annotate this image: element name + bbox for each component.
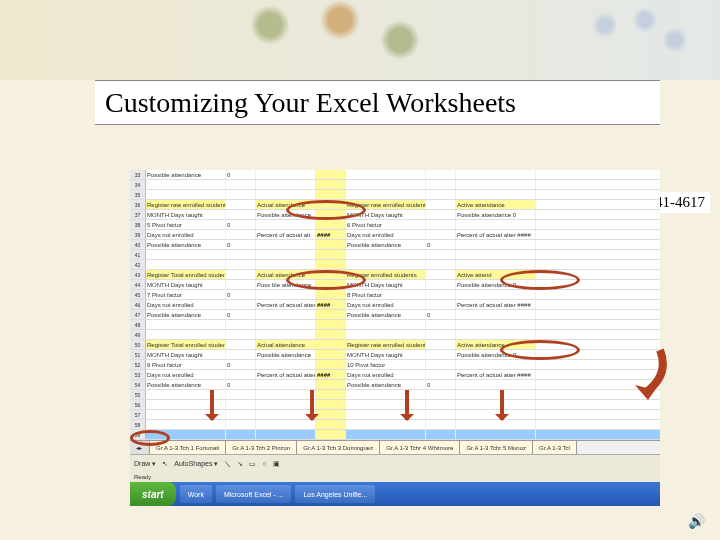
- arrow-icon[interactable]: ↘: [237, 460, 243, 468]
- autoshapes-menu[interactable]: AutoShapes ▾: [174, 460, 218, 468]
- grid-row: 53Days not enrolledPercent of actual att…: [130, 370, 660, 380]
- flower-decoration: [590, 10, 620, 40]
- grid-row: 50Register Total enrolled studentsActual…: [130, 340, 660, 350]
- grid-row: 39Days not enrolledPercent of actual att…: [130, 230, 660, 240]
- grid-row: 48: [130, 320, 660, 330]
- grid-row: 529 Pivot factor010 Pivot factor: [130, 360, 660, 370]
- sheet-tab[interactable]: Gr.A 1-3 Tch 3 Dominguez: [297, 441, 380, 454]
- grid-row: 457 Pivot factor08 Pivot factor: [130, 290, 660, 300]
- grid-row: 51MONTH Days taughtPossible attendanceMO…: [130, 350, 660, 360]
- taskbar-item[interactable]: Microsoft Excel - ...: [216, 485, 292, 503]
- annotation-arrow-icon: [310, 390, 314, 420]
- grid-row: 43Register Total enrolled studentsActual…: [130, 270, 660, 280]
- tab-nav-icon[interactable]: ◂▸: [130, 441, 150, 454]
- grid-row: 34: [130, 180, 660, 190]
- grid-row: 47Possible attendance0Possible attendanc…: [130, 310, 660, 320]
- curved-arrow-icon: [610, 345, 670, 400]
- page-title: Customizing Your Excel Worksheets: [105, 87, 516, 119]
- grid-row: 41: [130, 250, 660, 260]
- sound-icon[interactable]: 🔊: [688, 513, 705, 530]
- sheet-tab[interactable]: Gr.A 1-3 Tcl: [533, 441, 577, 454]
- start-label: start: [142, 489, 164, 500]
- windows-taskbar: start Work Microsoft Excel - ... Los Ang…: [130, 482, 660, 506]
- grid-row: 33Possible attendance0: [130, 170, 660, 180]
- sheet-tab[interactable]: Gr.A 1-3 Tchr 4 Whitmore: [380, 441, 460, 454]
- start-button[interactable]: start: [130, 482, 176, 506]
- leaf-decoration: [250, 5, 290, 45]
- grid-row: 59: [130, 430, 660, 440]
- grid-row: 44MONTH Days taughtPoss ble attendanceMO…: [130, 280, 660, 290]
- annotation-arrow-icon: [500, 390, 504, 420]
- draw-menu[interactable]: Draw ▾: [134, 460, 156, 468]
- grid-row: 49: [130, 330, 660, 340]
- title-bar: Customizing Your Excel Worksheets: [95, 80, 660, 125]
- sheet-tab[interactable]: Gr.A 1-3 Tch 1 Fortunati: [150, 441, 226, 454]
- sheet-tab[interactable]: Gr.A 1-3 Tchr 5 Munoz: [460, 441, 533, 454]
- draw-toolbar: Draw ▾ ↖ AutoShapes ▾ ＼ ↘ ▭ ○ ▣: [130, 454, 660, 472]
- taskbar-item[interactable]: Los Angeles Unifie...: [295, 485, 375, 503]
- status-label: Ready: [134, 474, 151, 480]
- grid-row: 46Days not enrolledPercent of actual att…: [130, 300, 660, 310]
- annotation-arrow-icon: [210, 390, 214, 420]
- sheet-tab[interactable]: Gr.A 1-3 Tch 2 Pinzon: [226, 441, 297, 454]
- sheet-tabs: ◂▸ Gr.A 1-3 Tch 1 FortunatiGr.A 1-3 Tch …: [130, 440, 660, 454]
- excel-screenshot: 33Possible attendance0343536Register rat…: [130, 170, 660, 506]
- line-icon[interactable]: ＼: [224, 459, 231, 469]
- rect-icon[interactable]: ▭: [249, 460, 256, 468]
- status-bar: Ready: [130, 472, 660, 482]
- grid-row: 35: [130, 190, 660, 200]
- taskbar-item[interactable]: Work: [180, 485, 212, 503]
- oval-icon[interactable]: ○: [262, 460, 266, 467]
- grid-row: 36Register rate enrolled studentsActual …: [130, 200, 660, 210]
- leaf-decoration: [320, 0, 360, 40]
- grid-row: 40Possible attendance0Possible attendanc…: [130, 240, 660, 250]
- textbox-icon[interactable]: ▣: [273, 460, 280, 468]
- grid-row: 385 Pivot factor06 Pivot factor: [130, 220, 660, 230]
- grid-row: 54Possible attendance0Possible attendanc…: [130, 380, 660, 390]
- pointer-icon[interactable]: ↖: [162, 460, 168, 468]
- annotation-arrow-icon: [405, 390, 409, 420]
- flower-decoration: [630, 5, 660, 35]
- flower-decoration: [660, 25, 690, 55]
- grid-row: 42: [130, 260, 660, 270]
- grid-row: 37MONTH Days taughtPossible attendanceMO…: [130, 210, 660, 220]
